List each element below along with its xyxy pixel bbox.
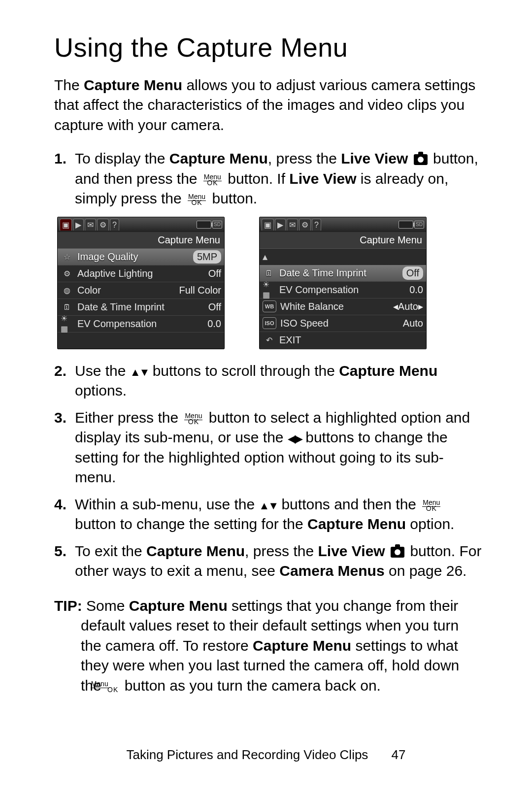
menu-row-icon: WB [263, 300, 276, 312]
intro-paragraph: The Capture Menu allows you to adjust va… [54, 75, 483, 135]
menu-row-icon: ☀▦ [263, 284, 275, 295]
menu-row: 🗓Date & Time ImprintOff [260, 265, 426, 282]
menu-row-value: Full Color [179, 284, 221, 297]
menu-title: Capture Menu [260, 232, 426, 249]
menu-row-icon: ISO [263, 317, 276, 329]
menu-row-label: EV Compensation [77, 317, 203, 331]
menu-row-label: Image Quality [77, 250, 189, 264]
menu-row-label: White Balance [280, 300, 389, 313]
up-down-arrows-icon: ▲▼ [130, 366, 149, 378]
tip-paragraph: TIP: Some Capture Menu settings that you… [60, 596, 483, 696]
menu-row-label: Color [77, 284, 175, 297]
menu-title: Capture Menu [58, 232, 224, 249]
tab-bar: ▣ ▶ ✉ ⚙ ? SD [58, 217, 224, 232]
menu-row-value: Auto [403, 317, 423, 330]
menu-row: ISOISO SpeedAuto [260, 315, 426, 332]
scroll-up-indicator: ▴ [260, 249, 426, 265]
tab-capture-icon: ▣ [60, 219, 72, 231]
menu-row-label: EXIT [279, 333, 419, 347]
sd-card-icon: SD [212, 221, 222, 229]
menu-row: 🗓Date & Time ImprintOff [58, 299, 224, 316]
tab-mail-icon: ✉ [287, 219, 298, 231]
menu-row-icon: 🗓 [61, 301, 73, 312]
menu-ok-icon: MenuOK [107, 681, 118, 693]
menu-row: WBWhite Balance◂Auto▸ [260, 299, 426, 315]
step-2: Use the ▲▼ buttons to scroll through the… [54, 361, 483, 401]
camera-icon [414, 154, 428, 165]
menu-ok-icon: MenuOK [422, 499, 440, 511]
tab-playback-icon: ▶ [275, 219, 286, 231]
menu-row-icon: ☀▦ [61, 318, 73, 329]
capture-menu-screenshot-1: ▣ ▶ ✉ ⚙ ? SD Capture Menu ☆Image Quality… [57, 217, 225, 349]
step-3: Either press the MenuOK button to select… [54, 408, 483, 488]
menu-row-icon: ☆ [61, 251, 73, 262]
menu-row-icon: 🗓 [263, 267, 275, 278]
menu-row-icon: ⚙ [61, 268, 73, 279]
menu-row-label: Date & Time Imprint [77, 300, 204, 314]
footer-section: Taking Pictures and Recording Video Clip… [126, 747, 368, 762]
page-number: 47 [392, 746, 406, 764]
up-down-arrows-icon: ▲▼ [259, 499, 278, 512]
tab-bar: ▣ ▶ ✉ ⚙ ? SD [260, 217, 426, 232]
menu-ok-icon: MenuOK [188, 194, 206, 205]
menu-row: ☀▦EV Compensation0.0 [58, 316, 224, 332]
tab-playback-icon: ▶ [73, 219, 84, 231]
menu-row-value: ◂Auto▸ [393, 300, 423, 313]
step-4: Within a sub-menu, use the ▲▼ buttons an… [54, 495, 483, 534]
tab-help-icon: ? [110, 219, 119, 231]
page-heading: Using the Capture Menu [54, 30, 483, 66]
menu-ok-icon: MenuOK [184, 413, 202, 425]
menu-row: ↶EXIT [260, 332, 426, 349]
battery-icon [399, 221, 413, 229]
menu-row-value: Off [208, 267, 221, 280]
tab-capture-icon: ▣ [262, 219, 274, 231]
menu-row-label: ISO Speed [280, 317, 399, 330]
sd-card-icon: SD [414, 221, 424, 229]
camera-icon [391, 547, 404, 558]
step-1: To display the Capture Menu, press the L… [54, 149, 483, 209]
menu-row-label: Date & Time Imprint [279, 266, 399, 280]
menu-row-value: Off [208, 300, 221, 314]
menu-row-value: 5MP [193, 250, 221, 264]
left-right-arrows-icon: ◀▶ [288, 432, 301, 445]
capture-menu-screenshot-2: ▣ ▶ ✉ ⚙ ? SD Capture Menu ▴ 🗓Date & Time… [259, 217, 427, 349]
tab-mail-icon: ✉ [85, 219, 96, 231]
menu-row-icon: ↶ [263, 334, 275, 345]
menu-row: ☀▦EV Compensation0.0 [260, 282, 426, 299]
page-footer: Taking Pictures and Recording Video Clip… [0, 746, 532, 764]
menu-row-label: Adaptive Lighting [77, 267, 204, 280]
menu-row-label: EV Compensation [279, 283, 405, 297]
step-5: To exit the Capture Menu, press the Live… [54, 541, 483, 581]
menu-row-value: 0.0 [207, 317, 221, 331]
menu-row-icon: ◍ [61, 285, 73, 296]
battery-icon [197, 221, 211, 229]
menu-row: ◍ColorFull Color [58, 282, 224, 299]
menu-row: ☆Image Quality5MP [58, 249, 224, 266]
tab-setup-icon: ⚙ [97, 219, 109, 231]
tab-help-icon: ? [312, 219, 321, 231]
menu-row-value: 0.0 [409, 283, 423, 297]
menu-row: ⚙Adaptive LightingOff [58, 266, 224, 282]
menu-row-value: Off [402, 266, 423, 280]
tab-setup-icon: ⚙ [299, 219, 311, 231]
menu-ok-icon: MenuOK [203, 174, 222, 186]
